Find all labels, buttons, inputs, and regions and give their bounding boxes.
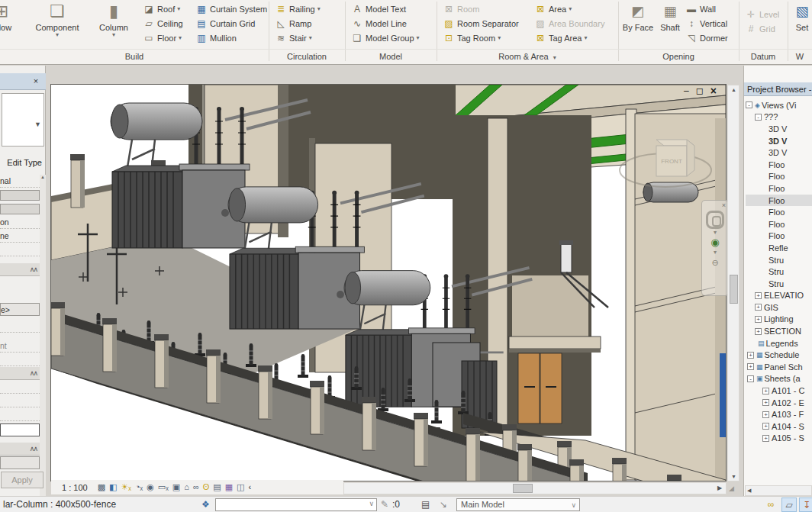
area-button[interactable]: ⊠Area▾ (534, 2, 604, 15)
scroll-up-icon[interactable]: ▲ (730, 87, 738, 92)
design-option-combo[interactable]: Main Model∨ (456, 498, 580, 511)
set-work-plane-button[interactable]: ▧ Set (791, 2, 812, 46)
property-section-header[interactable]: ∧∧ (0, 443, 40, 456)
panel-label-room-area[interactable]: Room & Area ▾ (437, 49, 618, 63)
expand-icon[interactable]: - (746, 101, 752, 108)
tree-item-floor-plan[interactable]: Floo (746, 159, 812, 171)
tree-item-ceiling-plan[interactable]: Refle (746, 242, 812, 254)
expand-icon[interactable]: + (755, 292, 762, 299)
panel-label-build[interactable]: Build (0, 49, 269, 63)
type-selector-arrow-icon[interactable]: ▼ (34, 121, 41, 128)
expand-icon[interactable]: - (755, 114, 762, 121)
wall-opening-button[interactable]: ▬Wall (685, 2, 728, 15)
vertical-scrollbar[interactable]: ▲ ▼ (727, 85, 740, 481)
vertical-opening-button[interactable]: ↕Vertical (685, 17, 728, 30)
scroll-down-icon[interactable]: ▼ (730, 474, 738, 479)
scale-button[interactable]: 1 : 100 (62, 483, 88, 492)
model-group-button[interactable]: ❑Model Group▾ (351, 31, 420, 44)
floor-button[interactable]: ▭Floor▾ (143, 31, 183, 44)
scroll-up-icon[interactable]: ▲ (40, 175, 45, 179)
property-row[interactable]: ne (0, 230, 40, 243)
property-row[interactable] (0, 408, 40, 421)
navbar-close-icon[interactable]: × (722, 202, 726, 209)
by-face-button[interactable]: ◩ By Face (621, 2, 655, 46)
property-row[interactable] (0, 353, 40, 366)
tag-room-button[interactable]: ⊡Tag Room▾ (443, 31, 519, 44)
tree-item-panel-schedules[interactable]: +▦Panel Sch (746, 361, 812, 373)
curtain-grid-button[interactable]: ▤Curtain Grid (195, 17, 267, 30)
tree-item-sheet[interactable]: +A104 - S (746, 420, 812, 433)
room-button[interactable]: ⊠Room (443, 2, 519, 15)
minimize-icon[interactable]: – (684, 85, 689, 98)
tree-item-sections[interactable]: +SECTION (746, 325, 812, 337)
ceiling-button[interactable]: ▱Ceiling (143, 17, 183, 30)
expand-icon[interactable]: + (762, 423, 769, 430)
close-icon[interactable]: × (710, 85, 717, 98)
zoom-icon[interactable]: ◉ (710, 237, 719, 249)
reveal-hidden-icon[interactable]: ʘ (203, 481, 210, 494)
property-row[interactable] (0, 381, 40, 394)
property-row[interactable]: nt (0, 340, 40, 353)
property-row[interactable] (0, 394, 40, 407)
select-underlay-toggle[interactable]: ▱ (781, 498, 797, 512)
tree-item-elevations[interactable]: +ELEVATIO (746, 290, 812, 302)
model-line-button[interactable]: ∿Model Line (351, 17, 420, 30)
property-value-box[interactable]: e> (0, 303, 40, 316)
visual-style-icon[interactable]: ◧ (109, 481, 117, 494)
property-row[interactable]: nal (0, 175, 40, 188)
tree-item-views[interactable]: -◈Views (Vi (746, 99, 812, 111)
horizontal-scrollbar[interactable] (343, 482, 727, 494)
tree-item-structural-plan[interactable]: Stru (746, 254, 812, 266)
property-row[interactable]: on (0, 216, 40, 229)
design-options-pick-icon[interactable]: ↘ (440, 499, 447, 510)
editing-requests-icon[interactable]: ✎ (381, 499, 388, 510)
expand-icon[interactable]: - (747, 375, 754, 382)
panel-label-opening[interactable]: Opening (618, 49, 739, 63)
model-text-button[interactable]: AModel Text (351, 2, 420, 15)
shaft-button[interactable]: ▦ Shaft (656, 2, 684, 46)
design-options-dialog-icon[interactable]: ▤ (421, 499, 430, 510)
tree-item-structural-plan[interactable]: Stru (746, 266, 812, 278)
property-section-header[interactable]: ∧∧ (0, 263, 40, 276)
property-edit-button[interactable] (0, 190, 40, 201)
vertical-scrollbar-thumb[interactable] (730, 275, 738, 304)
type-selector[interactable] (2, 93, 44, 147)
steering-wheel-icon[interactable] (706, 211, 724, 229)
tree-item[interactable]: -??? (746, 111, 812, 124)
edit-type-button[interactable]: Edit Type (0, 156, 44, 169)
tree-item-sheet[interactable]: +A101 - C (746, 385, 812, 397)
expand-icon[interactable]: + (762, 411, 769, 418)
show-crop-region-icon[interactable]: ▣ (172, 481, 180, 494)
3d-model-view[interactable]: FRONT (50, 84, 727, 481)
tree-item-floor-plan-selected[interactable]: Floo (746, 195, 812, 207)
tree-item-sheets[interactable]: -▣Sheets (a (746, 373, 812, 385)
property-row[interactable] (0, 320, 40, 333)
tag-area-button[interactable]: ⊠Tag Area▾ (534, 31, 604, 44)
expand-icon[interactable]: + (747, 352, 754, 359)
browser-horizontal-scrollbar[interactable]: ◀ (745, 485, 812, 496)
area-boundary-button[interactable]: ▨Area Boundary (534, 17, 604, 30)
expand-icon[interactable]: + (755, 316, 762, 323)
expand-icon[interactable]: + (747, 363, 754, 370)
viewbar-collapse-icon[interactable]: ‹ (249, 481, 252, 494)
tree-item-sheet[interactable]: +A103 - F (746, 408, 812, 420)
properties-close-icon[interactable]: × (30, 75, 42, 87)
pan-icon[interactable]: ⊖ (711, 258, 718, 268)
scroll-right-icon[interactable]: ▶ (714, 483, 725, 494)
restore-icon[interactable]: ◻ (696, 85, 704, 98)
tree-item-schedules[interactable]: +▦Schedule (746, 349, 812, 361)
ramp-button[interactable]: ◺Ramp (275, 17, 321, 30)
shadows-icon[interactable]: ◔ₓ (135, 481, 143, 494)
dormer-button[interactable]: ◹Dormer (685, 31, 728, 44)
panel-label-datum[interactable]: Datum (739, 49, 788, 63)
column-button[interactable]: ▮ Column ▾ (90, 2, 137, 46)
component-button[interactable]: ❏ Component ▾ (26, 2, 89, 46)
temporary-view-properties-icon[interactable]: ▤ (213, 481, 221, 494)
tree-item-3d-view[interactable]: 3D V (746, 147, 812, 159)
select-links-toggle[interactable]: ∞ (763, 498, 778, 512)
tree-item-lighting[interactable]: +Lighting (746, 314, 812, 326)
property-edit-button[interactable] (0, 204, 40, 214)
property-input[interactable] (0, 423, 40, 436)
zoom-menu-arrow-icon[interactable]: ▾ (714, 249, 717, 256)
tree-item-floor-plan[interactable]: Floo (746, 182, 812, 195)
